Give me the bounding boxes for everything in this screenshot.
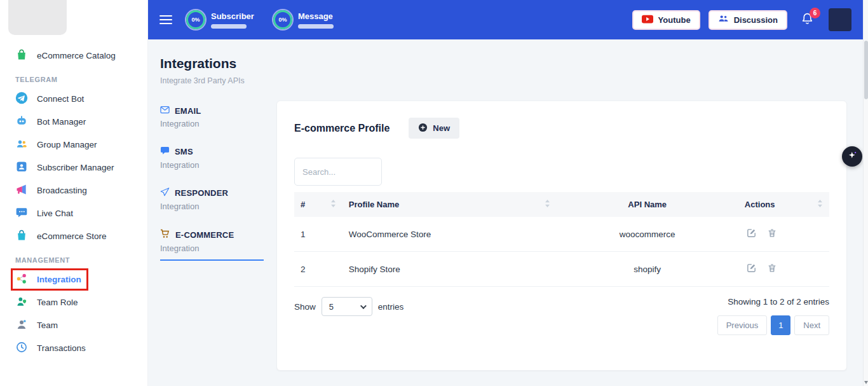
message-usage: 0% Message	[273, 10, 334, 29]
envelope-icon	[160, 106, 170, 116]
ecommerce-profile-card: E-commerce Profile New #	[276, 100, 847, 371]
sidebar-item-label: Transactions	[37, 343, 86, 353]
new-button-label: New	[433, 123, 450, 133]
scrollbar-thumb[interactable]	[864, 41, 868, 99]
row-index: 1	[294, 217, 342, 252]
sidebar-item-transactions[interactable]: Transactions	[8, 336, 141, 359]
shopping-bag-icon	[15, 48, 28, 63]
sidebar-item-subscriber-manager[interactable]: Subscriber Manager	[8, 156, 141, 179]
column-header-actions[interactable]: Actions	[738, 192, 829, 217]
page-subtitle: Integrate 3rd Party APIs	[160, 76, 847, 85]
delete-button[interactable]	[766, 226, 778, 242]
next-page-button[interactable]: Next	[794, 315, 829, 335]
sidebar-item-team-role[interactable]: Team Role	[8, 291, 141, 314]
sidebar-item-bot-manager[interactable]: Bot Manager	[8, 110, 141, 133]
edit-button[interactable]	[745, 261, 758, 277]
sidebar-item-ecommerce-catalog[interactable]: eCommerce Catalog	[8, 44, 141, 67]
table-header-row: # Profile Name API Name Actions	[294, 192, 829, 217]
edit-button[interactable]	[745, 226, 758, 242]
subscriber-progress-ring: 0%	[186, 10, 205, 29]
page-size-select[interactable]: 5	[322, 297, 372, 316]
column-header-api-name[interactable]: API Name	[557, 192, 738, 217]
subscriber-usage-label: Subscriber	[211, 11, 254, 21]
new-profile-button[interactable]: New	[409, 118, 459, 139]
card-title: E-commerce Profile	[294, 123, 390, 134]
integration-tabs: EMAIL Integration SMS Integration	[160, 102, 264, 268]
chat-bubble-icon	[15, 206, 28, 221]
sidebar-item-label: Team	[37, 321, 58, 330]
message-progress-bar	[298, 24, 334, 29]
sidebar-item-label: Integration	[37, 275, 81, 284]
topbar: 0% Subscriber 0% Message	[148, 0, 868, 39]
robot-icon	[15, 114, 28, 129]
assistant-fab-button[interactable]	[842, 146, 862, 167]
sidebar-item-label: Live Chat	[37, 209, 73, 218]
show-entries-control: Show 5 entries	[294, 297, 403, 316]
scrollbar-down-arrow[interactable]	[864, 381, 868, 384]
discussion-button-label: Discussion	[734, 15, 778, 25]
delete-button[interactable]	[766, 261, 778, 277]
tab-title-label: E-COMMERCE	[175, 230, 234, 240]
subscriber-progress-bar	[211, 24, 247, 29]
sidebar-item-label: Broadcasting	[37, 186, 87, 195]
contact-card-icon	[15, 160, 28, 175]
sidebar-item-live-chat[interactable]: Live Chat	[8, 202, 141, 224]
sidebar-section-management: MANAGEMENT	[15, 256, 141, 264]
tab-ecommerce-integration[interactable]: E-COMMERCE Integration	[160, 225, 264, 261]
sidebar-item-broadcasting[interactable]: Broadcasting	[8, 179, 141, 202]
app-root: eCommerce Catalog TELEGRAM Connect Bot B…	[0, 0, 868, 386]
sms-bubble-icon	[160, 146, 170, 157]
topbar-right: Youtube Discussion 6	[632, 8, 851, 31]
scrollbar-track[interactable]	[863, 0, 868, 386]
table-row: 2 Shopify Store shopify	[294, 252, 829, 287]
sidebar-item-label: eCommerce Store	[37, 231, 107, 241]
sidebar-item-label: eCommerce Catalog	[37, 51, 116, 60]
youtube-icon	[642, 15, 653, 25]
pagination: Previous 1 Next	[717, 315, 829, 335]
column-header-profile-name[interactable]: Profile Name	[342, 192, 557, 217]
usage-stats: 0% Subscriber 0% Message	[186, 10, 334, 29]
chevron-down-icon	[360, 303, 367, 309]
sidebar-item-connect-bot[interactable]: Connect Bot	[8, 87, 141, 110]
person-shield-icon	[15, 295, 28, 310]
tab-title-label: RESPONDER	[175, 188, 228, 198]
tab-subtitle-label: Integration	[160, 119, 264, 128]
page-1-button[interactable]: 1	[771, 315, 790, 335]
search-input[interactable]	[294, 158, 382, 186]
row-api-name: shopify	[557, 252, 738, 287]
previous-page-button[interactable]: Previous	[717, 315, 768, 335]
tab-title-label: EMAIL	[175, 106, 201, 116]
subscriber-usage: 0% Subscriber	[186, 10, 254, 29]
store-bag-icon	[15, 229, 28, 244]
row-index: 2	[294, 252, 342, 287]
sidebar-item-group-manager[interactable]: Group Manager	[8, 133, 141, 156]
sidebar-item-label: Team Role	[37, 298, 78, 307]
profile-avatar[interactable]	[829, 8, 851, 31]
paper-plane-icon	[160, 188, 170, 198]
tab-responder-integration[interactable]: RESPONDER Integration	[160, 184, 264, 217]
tab-sms-integration[interactable]: SMS Integration	[160, 142, 264, 176]
menu-toggle-button[interactable]	[159, 15, 172, 24]
discussion-button[interactable]: Discussion	[709, 10, 787, 30]
row-profile-name: WooCommerce Store	[342, 217, 557, 252]
row-profile-name: Shopify Store	[342, 252, 557, 287]
sidebar-item-label: Connect Bot	[37, 94, 84, 104]
sidebar-item-label: Bot Manager	[37, 117, 86, 127]
profiles-table: # Profile Name API Name Actions	[294, 192, 829, 287]
tab-email-integration[interactable]: EMAIL Integration	[160, 102, 264, 135]
sort-icon	[817, 200, 823, 209]
main-area: 0% Subscriber 0% Message	[148, 0, 868, 386]
page-content: Integrations Integrate 3rd Party APIs EM…	[148, 39, 868, 386]
tab-subtitle-label: Integration	[160, 244, 264, 253]
annotation-box: Integration	[11, 268, 88, 291]
sidebar-item-integration[interactable]: Integration	[8, 268, 141, 291]
youtube-button[interactable]: Youtube	[632, 10, 700, 30]
sidebar: eCommerce Catalog TELEGRAM Connect Bot B…	[0, 0, 148, 386]
column-header-index[interactable]: #	[294, 192, 342, 217]
sidebar-item-team[interactable]: Team	[8, 314, 141, 336]
app-logo[interactable]	[8, 0, 67, 35]
notifications-button[interactable]: 6	[801, 12, 814, 28]
sidebar-item-ecommerce-store[interactable]: eCommerce Store	[8, 224, 141, 247]
page-size-value: 5	[329, 302, 334, 312]
plus-circle-icon	[418, 123, 428, 134]
